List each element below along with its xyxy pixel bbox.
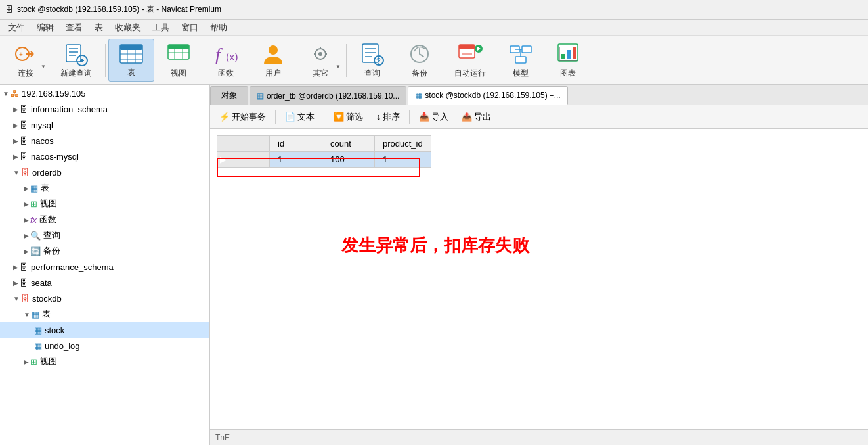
svg-text:?: ? [376, 57, 381, 66]
toolbar-connect[interactable]: + 连接 ▼ [3, 39, 49, 82]
orderdb-backup-arrow[interactable]: ▶ [24, 248, 29, 255]
sidebar-item-stockdb-table[interactable]: ▼ ▦ 表 [0, 306, 209, 322]
sidebar-item-orderdb-table[interactable]: ▶ ▦ 表 [0, 180, 209, 196]
toolbar-query[interactable]: ? 查询 [349, 39, 395, 82]
sidebar-item-nacos[interactable]: ▶ 🗄 nacos [0, 133, 209, 149]
sidebar-item-undo_log[interactable]: ▦ undo_log [0, 338, 209, 354]
database-icon-nacos-mysql: 🗄 [20, 152, 28, 162]
menu-favorites[interactable]: 收藏夹 [110, 20, 146, 35]
svg-rect-41 [522, 46, 531, 53]
begin-transaction-btn[interactable]: ⚡ 开始事务 [214, 109, 271, 125]
sidebar-item-performance_schema[interactable]: ▶ 🗄 performance_schema [0, 259, 209, 275]
svg-rect-13 [120, 45, 142, 50]
sidebar-item-orderdb-backup[interactable]: ▶ 🔄 备份 [0, 243, 209, 259]
connection-icon: 🖧 [11, 89, 19, 99]
toolbar-model[interactable]: 模型 [498, 39, 544, 82]
nacos-mysql-arrow[interactable]: ▶ [13, 153, 18, 160]
toolbar-other[interactable]: 其它 ▼ [297, 39, 343, 82]
query-label: 查询 [364, 68, 380, 79]
orderdb-func-arrow[interactable]: ▶ [24, 216, 29, 223]
export-btn[interactable]: 📤 导出 [456, 109, 496, 125]
sidebar-item-nacos-mysql[interactable]: ▶ 🗄 nacos-mysql [0, 149, 209, 164]
stockdb-table-arrow[interactable]: ▼ [24, 311, 30, 318]
export-label: 导出 [474, 111, 491, 123]
menu-file[interactable]: 文件 [3, 20, 30, 35]
toolbar-table[interactable]: 表 [108, 39, 154, 82]
perf-label: performance_schema [31, 262, 114, 272]
query-folder-icon: 🔍 [30, 231, 41, 241]
tab-object[interactable]: 对象 [210, 86, 248, 105]
perf-arrow[interactable]: ▶ [13, 264, 18, 271]
sidebar-item-mysql[interactable]: ▶ 🗄 mysql [0, 117, 209, 133]
menu-window[interactable]: 窗口 [176, 20, 204, 35]
mysql-arrow[interactable]: ▶ [13, 122, 18, 129]
svg-text:+: + [19, 51, 23, 58]
toolbar-backup[interactable]: 备份 [397, 39, 443, 82]
toolbar-view[interactable]: 视图 [156, 39, 202, 82]
new-query-label: 新建查询 [60, 68, 92, 79]
sidebar-item-information_schema[interactable]: ▶ 🗄 information_schema [0, 101, 209, 117]
filter-btn[interactable]: 🔽 筛选 [328, 109, 368, 125]
sidebar-item-stockdb-view[interactable]: ▶ ⊞ 视图 [0, 354, 209, 369]
orderdb-table-arrow[interactable]: ▶ [24, 185, 29, 192]
connect-dropdown-arrow: ▼ [41, 64, 46, 70]
col-header-id[interactable]: id [270, 136, 322, 152]
tab-stock-label: stock @stockdb (192.168.159.105) –... [425, 91, 560, 100]
nacos-arrow[interactable]: ▶ [13, 137, 18, 145]
toolbar-chart[interactable]: 图表 [545, 39, 591, 82]
seata-arrow[interactable]: ▶ [13, 279, 18, 287]
table-icon [118, 42, 144, 66]
sidebar-item-orderdb-view[interactable]: ▶ ⊞ 视图 [0, 196, 209, 212]
connection-arrow[interactable]: ▼ [3, 90, 9, 97]
sidebar-item-orderdb-func[interactable]: ▶ fx 函数 [0, 212, 209, 227]
tab-order_tb[interactable]: ▦ order_tb @orderdb (192.168.159.10... [250, 86, 406, 105]
sort-btn[interactable]: ↕️ 排序 [371, 109, 405, 125]
tab-order-icon: ▦ [257, 91, 264, 101]
info-schema-arrow[interactable]: ▶ [13, 106, 18, 113]
orderdb-query-arrow[interactable]: ▶ [24, 232, 29, 239]
menu-tools[interactable]: 工具 [147, 20, 175, 35]
menu-help[interactable]: 帮助 [205, 20, 232, 35]
orderdb-arrow[interactable]: ▼ [13, 169, 20, 176]
menu-edit[interactable]: 编辑 [32, 20, 59, 35]
sidebar: ▼ 🖧 192.168.159.105 ▶ 🗄 information_sche… [0, 85, 210, 445]
filter-label: 筛选 [346, 111, 363, 123]
stockdb-view-folder-icon: ⊞ [30, 357, 37, 367]
database-icon-orderdb: 🗄 [21, 168, 30, 177]
stockdb-arrow[interactable]: ▼ [13, 295, 20, 302]
data-table: id count product_id ▶ 1 100 1 [217, 135, 431, 168]
sidebar-item-stock[interactable]: ▦ stock [0, 322, 209, 338]
undo_log-table-icon: ▦ [34, 341, 42, 351]
mysql-label: mysql [31, 120, 53, 130]
toolbar-function[interactable]: f (x) 函数 [203, 39, 249, 82]
menu-view[interactable]: 查看 [60, 20, 88, 35]
sidebar-item-stockdb[interactable]: ▼ 🗄 stockdb [0, 291, 209, 306]
menu-table[interactable]: 表 [89, 20, 108, 35]
cell-product_id[interactable]: 1 [375, 152, 431, 168]
toolbar-new-query[interactable]: 新建查询 [50, 39, 102, 82]
table-label: 表 [127, 67, 135, 78]
table-area: id count product_id ▶ 1 100 1 发生 [210, 129, 868, 429]
col-header-count[interactable]: count [322, 136, 375, 152]
text-btn[interactable]: 📄 文本 [280, 109, 320, 125]
toolbar-user[interactable]: 用户 [250, 39, 296, 82]
sidebar-item-orderdb[interactable]: ▼ 🗄 orderdb [0, 164, 209, 180]
orderdb-query-label: 查询 [43, 229, 60, 241]
orderdb-view-arrow[interactable]: ▶ [24, 200, 29, 208]
cell-id[interactable]: 1 [270, 152, 322, 168]
sidebar-item-orderdb-query[interactable]: ▶ 🔍 查询 [0, 227, 209, 243]
sidebar-connection-root[interactable]: ▼ 🖧 192.168.159.105 [0, 85, 209, 101]
svg-text:f: f [215, 44, 223, 64]
cell-count[interactable]: 100 [322, 152, 375, 168]
table-row[interactable]: ▶ 1 100 1 [217, 152, 431, 168]
connect-icon: + [12, 41, 39, 66]
begin-transaction-label: 开始事务 [232, 111, 266, 123]
svg-rect-5 [66, 45, 81, 62]
autorun-label: 自动运行 [454, 68, 486, 79]
sidebar-item-seata[interactable]: ▶ 🗄 seata [0, 275, 209, 291]
col-header-product_id[interactable]: product_id [375, 136, 431, 152]
tab-stock[interactable]: ▦ stock @stockdb (192.168.159.105) –... [408, 86, 567, 105]
import-btn[interactable]: 📥 导入 [414, 109, 454, 125]
toolbar-autorun[interactable]: 自动运行 [444, 39, 496, 82]
stockdb-view-arrow[interactable]: ▶ [24, 358, 29, 365]
